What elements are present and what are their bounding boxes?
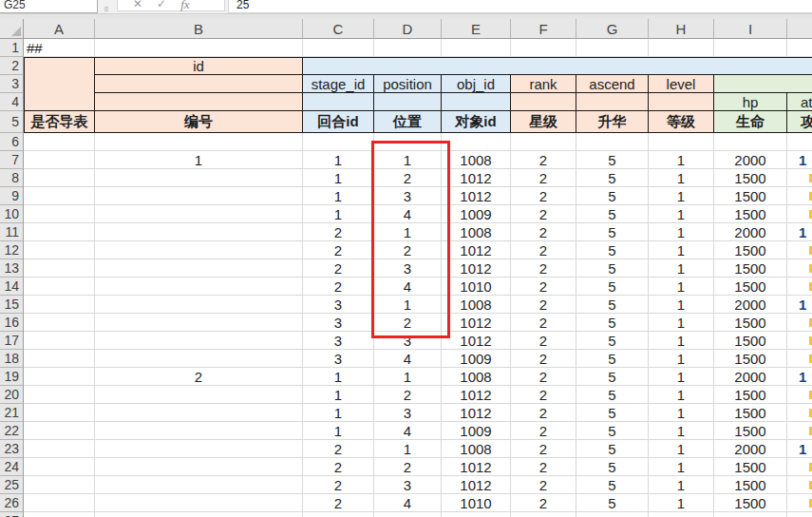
- cell[interactable]: 1009: [442, 350, 511, 368]
- cell[interactable]: 5: [576, 476, 649, 494]
- cell[interactable]: 1008: [442, 368, 511, 386]
- cell[interactable]: 1012: [442, 259, 511, 278]
- header-cell-atk[interactable]: atk: [787, 93, 812, 111]
- cell[interactable]: 5: [576, 187, 649, 205]
- cell-atk-clipped[interactable]: [787, 241, 812, 259]
- cell[interactable]: 1500: [714, 422, 787, 440]
- cell[interactable]: 5: [576, 314, 649, 332]
- row-header-26[interactable]: 26: [0, 494, 24, 512]
- cell[interactable]: 1500: [714, 386, 787, 404]
- cell[interactable]: [95, 169, 303, 187]
- row-header-24[interactable]: 24: [0, 458, 24, 476]
- cell[interactable]: [649, 133, 714, 151]
- cell[interactable]: [24, 241, 95, 259]
- row-header-9[interactable]: 9: [0, 187, 24, 205]
- cell[interactable]: [95, 476, 303, 494]
- header-cell-位置[interactable]: 位置: [374, 111, 442, 133]
- cell[interactable]: 1500: [714, 404, 787, 422]
- cell[interactable]: 2: [511, 151, 576, 169]
- cell[interactable]: 5: [576, 512, 649, 517]
- cell[interactable]: [24, 133, 95, 151]
- cell[interactable]: 2: [511, 314, 576, 332]
- cell[interactable]: [95, 259, 303, 278]
- name-box[interactable]: G25: [0, 0, 98, 13]
- column-header-G[interactable]: G: [576, 19, 649, 39]
- cell[interactable]: 1: [374, 223, 442, 241]
- row-header-18[interactable]: 18: [0, 350, 24, 368]
- cell[interactable]: 1012: [442, 332, 511, 350]
- cell[interactable]: 2000: [714, 151, 787, 169]
- cancel-icon[interactable]: ✕: [133, 0, 142, 10]
- cell[interactable]: [714, 39, 787, 57]
- cell[interactable]: 3: [303, 314, 374, 332]
- cell[interactable]: 5: [576, 278, 649, 296]
- column-header-A[interactable]: A: [24, 19, 95, 39]
- header-cell-level[interactable]: level: [649, 75, 714, 93]
- cell[interactable]: 3: [374, 332, 442, 350]
- grip-handle[interactable]: [104, 7, 108, 11]
- cell[interactable]: 5: [576, 368, 649, 386]
- cell-atk-clipped[interactable]: [787, 187, 812, 205]
- cell[interactable]: 4: [374, 350, 442, 368]
- column-header-C[interactable]: C: [303, 19, 374, 39]
- cell[interactable]: 1008: [442, 440, 511, 458]
- cell[interactable]: 1: [649, 476, 714, 494]
- cell[interactable]: [95, 404, 303, 422]
- cell[interactable]: 1: [303, 422, 374, 440]
- select-all-corner[interactable]: [0, 19, 24, 39]
- header-cell-升华[interactable]: 升华: [576, 111, 649, 133]
- cell[interactable]: 2: [511, 422, 576, 440]
- cell[interactable]: 5: [576, 458, 649, 476]
- cell[interactable]: [576, 39, 649, 57]
- cell[interactable]: 1012: [442, 241, 511, 259]
- cell-atk-clipped[interactable]: 1: [787, 223, 812, 241]
- row-header-10[interactable]: 10: [0, 205, 24, 223]
- cell[interactable]: 1500: [714, 458, 787, 476]
- cell[interactable]: [95, 512, 303, 517]
- cell-atk-clipped[interactable]: [787, 458, 812, 476]
- cell[interactable]: 2: [511, 332, 576, 350]
- cell[interactable]: 1: [649, 350, 714, 368]
- cell[interactable]: 2: [511, 169, 576, 187]
- cell[interactable]: [24, 458, 95, 476]
- cell[interactable]: 5: [576, 205, 649, 223]
- cell-atk-clipped[interactable]: [787, 205, 812, 223]
- cell[interactable]: 1: [649, 241, 714, 259]
- cell[interactable]: [787, 39, 812, 57]
- cell[interactable]: [95, 422, 303, 440]
- header-cell[interactable]: [511, 93, 576, 111]
- cell[interactable]: [511, 133, 576, 151]
- row-header-3[interactable]: 3: [0, 75, 24, 93]
- cell[interactable]: 2: [511, 296, 576, 314]
- cell[interactable]: [95, 440, 303, 458]
- header-cell-对象id[interactable]: 对象id: [442, 111, 511, 133]
- cell[interactable]: 1: [374, 440, 442, 458]
- row-header-22[interactable]: 22: [0, 422, 24, 440]
- cell[interactable]: [24, 368, 95, 386]
- cell-atk-clipped[interactable]: 1: [787, 368, 812, 386]
- cell[interactable]: [24, 350, 95, 368]
- cell[interactable]: [714, 133, 787, 151]
- cell[interactable]: [576, 133, 649, 151]
- cell[interactable]: 1009: [442, 205, 511, 223]
- cell[interactable]: 1: [649, 332, 714, 350]
- cell[interactable]: 1: [649, 314, 714, 332]
- cell[interactable]: 5: [576, 169, 649, 187]
- cell[interactable]: [24, 296, 95, 314]
- cell[interactable]: [95, 494, 303, 512]
- cell[interactable]: 2: [511, 350, 576, 368]
- cell[interactable]: 1: [649, 205, 714, 223]
- cell[interactable]: 1: [649, 296, 714, 314]
- cell[interactable]: 1: [649, 187, 714, 205]
- cell[interactable]: 1: [374, 368, 442, 386]
- cell[interactable]: [24, 278, 95, 296]
- cell[interactable]: [24, 259, 95, 278]
- cell[interactable]: [95, 314, 303, 332]
- row-header-23[interactable]: 23: [0, 440, 24, 458]
- accept-icon[interactable]: ✓: [157, 0, 166, 10]
- cell-atk-clipped[interactable]: 1: [787, 440, 812, 458]
- cell[interactable]: 5: [576, 241, 649, 259]
- cell[interactable]: 1500: [714, 332, 787, 350]
- cell[interactable]: 1: [649, 169, 714, 187]
- cell[interactable]: 2: [303, 494, 374, 512]
